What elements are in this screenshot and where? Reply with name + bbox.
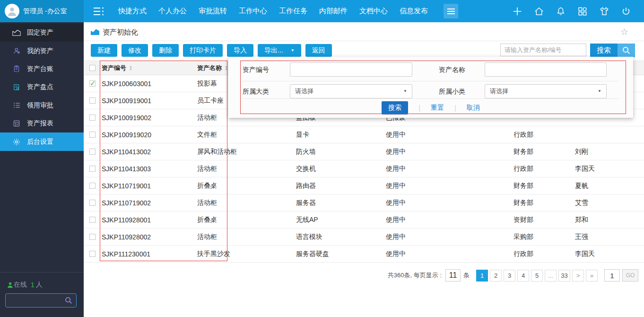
nav-item-4[interactable]: 工作中心 — [239, 7, 267, 16]
sidebar-toggle-icon[interactable] — [93, 6, 105, 17]
cell-code: SJKP100603001 — [99, 75, 195, 92]
bell-icon[interactable] — [556, 6, 566, 17]
inventory-icon — [12, 82, 21, 92]
table-row[interactable]: SJKP111230001扶手黑沙发服务器硬盘使用中行政部李国天 — [84, 246, 644, 263]
cell-dept: 资财部 — [511, 211, 573, 229]
page-list: 12345...33>» — [474, 270, 598, 282]
avatar[interactable] — [5, 4, 19, 18]
goto-page-input[interactable] — [604, 269, 620, 282]
cell-status: 使用中 — [383, 160, 511, 177]
filter-search-button[interactable]: 搜索 — [382, 101, 408, 114]
sidebar-item-ledger[interactable]: 资产台账 — [0, 60, 84, 78]
sidebar-item-user[interactable]: 我的资产 — [0, 42, 84, 60]
toolbar-button-5[interactable]: 导入 — [227, 44, 253, 57]
chevron-down-icon: ▼ — [403, 85, 407, 98]
table-row[interactable]: SJKP110928002活动柜语言模块使用中采购部王强 — [84, 229, 644, 246]
filter-name-label: 资产名称 — [439, 62, 465, 77]
nav-item-7[interactable]: 文档中心 — [359, 7, 388, 16]
page-button-4[interactable]: 4 — [517, 270, 529, 282]
page-button-5[interactable]: 5 — [531, 270, 543, 282]
favorite-star-icon[interactable]: ☆ — [620, 26, 628, 37]
toolbar-button-4[interactable]: 打印卡片 — [183, 44, 223, 57]
sidebar-item-report[interactable]: 资产报表 — [0, 114, 84, 132]
page-button-»[interactable]: » — [586, 270, 598, 282]
filter-cancel-link[interactable]: 取消 — [467, 104, 480, 112]
row-checkbox[interactable] — [89, 183, 96, 189]
nav-item-3[interactable]: 审批流转 — [199, 7, 227, 16]
toolbar-button-2[interactable]: 修改 — [122, 44, 148, 57]
filter-name-input[interactable] — [485, 62, 607, 77]
row-checkbox[interactable] — [89, 217, 96, 223]
cell-code: SJKP100919001 — [99, 92, 195, 109]
sidebar-item-approval[interactable]: 领用审批 — [0, 97, 84, 114]
row-checkbox[interactable] — [89, 200, 96, 206]
filter-code-input[interactable] — [290, 62, 412, 77]
cell-name: 活动柜 — [195, 160, 294, 177]
select-all-checkbox[interactable] — [89, 65, 96, 71]
quick-search-input[interactable] — [500, 44, 586, 56]
page-button->[interactable]: > — [572, 270, 584, 282]
sort-icon[interactable]: ▲▼ — [225, 65, 228, 71]
go-button[interactable]: GO — [622, 269, 638, 282]
sidebar-menu: 固定资产我的资产资产台账资产盘点领用审批资产报表后台设置 — [0, 22, 84, 151]
table-row[interactable]: SJKP110413002屏风和活动柜防火墙使用中财务部刘刚 — [84, 143, 644, 160]
gear-icon — [12, 137, 21, 147]
user-block[interactable]: 管理员 -办公室 — [0, 0, 84, 22]
row-checkbox[interactable] — [89, 80, 96, 87]
quick-search-magnifier-button[interactable] — [618, 44, 635, 57]
quick-search: 搜索 — [500, 44, 635, 57]
nav-item-2[interactable]: 个人办公 — [158, 7, 187, 16]
plus-icon[interactable] — [512, 6, 522, 17]
row-checkbox[interactable] — [89, 234, 96, 240]
power-icon[interactable] — [621, 6, 631, 17]
page-button-1[interactable]: 1 — [476, 270, 488, 282]
page-button-33[interactable]: 33 — [558, 270, 570, 282]
filter-category-select[interactable]: 请选择▼ — [290, 84, 412, 98]
row-checkbox[interactable] — [89, 251, 96, 257]
apps-icon[interactable] — [577, 6, 588, 17]
filter-reset-link[interactable]: 重置 — [431, 104, 444, 112]
page-size-input[interactable] — [445, 269, 461, 282]
shirt-icon[interactable] — [599, 6, 609, 17]
sidebar-item-asset-chart[interactable]: 固定资产 — [0, 24, 84, 42]
row-checkbox[interactable] — [89, 132, 96, 138]
toolbar-button-3[interactable]: 删除 — [152, 44, 179, 57]
sidebar-item-inventory[interactable]: 资产盘点 — [0, 78, 84, 96]
nav-item-1[interactable]: 快捷方式 — [118, 7, 147, 16]
row-checkbox[interactable] — [89, 114, 96, 121]
menu-icon[interactable] — [444, 4, 458, 18]
table-row[interactable]: SJKP110413003活动柜交换机使用中行政部李国天 — [84, 160, 644, 177]
page-button-...[interactable]: ... — [545, 270, 557, 282]
nav-item-5[interactable]: 工作任务 — [279, 7, 307, 16]
page-button-3[interactable]: 3 — [504, 270, 515, 282]
top-nav: 快捷方式个人办公审批流转工作中心工作任务内部邮件文档中心信息发布 — [118, 0, 428, 22]
online-count: 1 — [31, 281, 35, 289]
cell-status: 使用中 — [383, 194, 511, 211]
row-checkbox[interactable] — [89, 97, 96, 104]
page-button-2[interactable]: 2 — [490, 270, 502, 282]
sort-icon[interactable]: ▲▼ — [129, 65, 132, 71]
table-row[interactable]: SJKP110928001折叠桌无线AP使用中资财部郑和 — [84, 211, 644, 229]
nav-item-6[interactable]: 内部邮件 — [319, 7, 348, 16]
nav-item-8[interactable]: 信息发布 — [400, 7, 428, 16]
export-dropdown-button[interactable]: 导出...▼ — [258, 44, 301, 57]
table-row[interactable]: SJKP100919020文件柜显卡使用中行政部 — [84, 126, 644, 143]
table-row[interactable]: SJKP110719001折叠桌路由器使用中财务部夏帆 — [84, 177, 644, 194]
quick-search-button[interactable]: 搜索 — [590, 44, 618, 57]
header-asset-code[interactable]: 资产编号▲▼ — [99, 61, 195, 75]
table-row[interactable]: SJKP110719002活动柜服务器使用中财务部艾雪 — [84, 194, 644, 211]
home-icon[interactable] — [534, 6, 544, 17]
sidebar-item-label: 固定资产 — [27, 28, 53, 37]
filter-subcategory-select[interactable]: 请选择▼ — [485, 84, 607, 98]
back-button[interactable]: 返回 — [305, 44, 332, 57]
cell-name: 扶手黑沙发 — [195, 246, 294, 263]
row-checkbox[interactable] — [89, 149, 96, 155]
row-checkbox[interactable] — [89, 166, 96, 172]
search-icon[interactable] — [64, 296, 73, 305]
toolbar-button-1[interactable]: 新建 — [91, 44, 117, 57]
filter-category-label: 所属大类 — [243, 84, 269, 98]
export-label: 导出... — [264, 46, 283, 55]
cell-code: SJKP110928001 — [99, 211, 195, 229]
sidebar-item-gear[interactable]: 后台设置 — [0, 132, 84, 150]
cell-dept: 财务部 — [511, 177, 573, 194]
